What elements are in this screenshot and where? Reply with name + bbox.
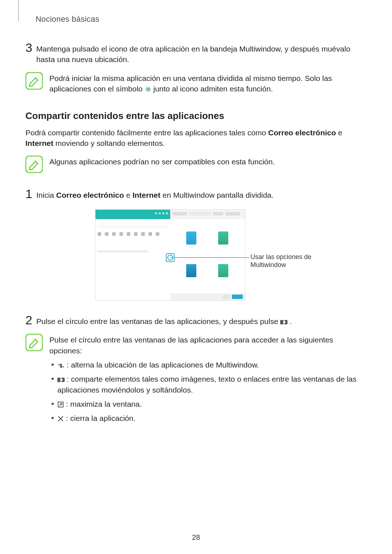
note-pencil-icon: [25, 334, 43, 351]
maximize-icon: [57, 400, 64, 406]
svg-rect-3: [148, 88, 150, 91]
section-heading-share: Compartir contenidos entre las aplicacio…: [25, 110, 365, 122]
option-swap-text: : alterna la ubicación de las aplicacion…: [67, 361, 259, 369]
note-options-body: Pulse el círculo entre las ventanas de l…: [49, 334, 365, 424]
option-maximize: : maximiza la ventana.: [49, 399, 365, 409]
step-3: 3 Mantenga pulsado el icono de otra apli…: [25, 41, 365, 65]
option-maximize-text: : maximiza la ventana.: [66, 400, 142, 408]
close-icon: [57, 414, 64, 420]
svg-rect-4: [26, 156, 42, 173]
figure-internet-pane: — —— —— —— —: [170, 210, 245, 300]
bullet-dot: [52, 364, 54, 366]
callout-leader-line: [170, 257, 249, 258]
figure-callout-label: Usar las opciones de Multiwindow: [250, 253, 327, 269]
svg-rect-7: [26, 334, 42, 351]
note-text: Podrá iniciar la misma aplicación en una…: [49, 72, 365, 94]
step-2: 2 Pulse el círculo entre las ventanas de…: [25, 314, 365, 327]
t: e: [336, 128, 343, 137]
step-text: Mantenga pulsado el icono de otra aplica…: [36, 44, 365, 65]
step-number: 1: [25, 188, 36, 200]
figure-email-pane: [95, 210, 170, 300]
note-pencil-icon: [25, 72, 43, 90]
t: .: [290, 317, 292, 325]
t: Pulse el círculo entre las ventanas de l…: [36, 317, 280, 325]
header-rule: [18, 0, 19, 21]
drag-share-icon: [280, 317, 287, 323]
svg-rect-2: [146, 88, 148, 91]
note-same-app: Podrá iniciar la misma aplicación en una…: [25, 72, 365, 94]
t: Inicia: [36, 191, 56, 199]
app-email: Correo electrónico: [268, 128, 336, 137]
app-internet: Internet: [25, 139, 53, 147]
t: moviendo y soltando elementos.: [53, 139, 165, 147]
page-number: 28: [0, 533, 392, 542]
figure-email-toolbar: [95, 210, 170, 219]
note-text-post: junto al icono admiten esta función.: [154, 85, 273, 93]
t: e: [124, 191, 132, 199]
bullet-dot: [52, 417, 54, 419]
option-share: : comparte elementos tales como imágenes…: [49, 374, 365, 395]
step-1: 1 Inicia Correo electrónico e Internet e…: [25, 188, 365, 200]
step-text: Inicia Correo electrónico e Internet en …: [36, 190, 365, 200]
bullet-dot: [52, 378, 54, 380]
option-swap: : alterna la ubicación de las aplicacion…: [49, 360, 365, 370]
option-share-text: : comparte elementos tales como imágenes…: [57, 375, 356, 394]
drag-share-icon: [57, 375, 65, 381]
step-number: 3: [25, 41, 36, 54]
svg-rect-0: [26, 73, 42, 89]
note-options-intro: Pulse el círculo entre las ventanas de l…: [49, 335, 365, 356]
share-paragraph: Podrá compartir contenido fácilmente ent…: [25, 127, 365, 149]
tablet-screenshot: — —— —— —— —: [95, 209, 245, 301]
dual-window-icon: [145, 85, 151, 91]
t: Podrá compartir contenido fácilmente ent…: [25, 128, 268, 137]
page-section-title: Nociones básicas: [36, 15, 365, 24]
note-text: Algunas aplicaciones podrían no ser comp…: [49, 156, 365, 167]
option-close: : cierra la aplicación.: [49, 413, 365, 423]
step-number: 2: [25, 314, 36, 326]
step-text: Pulse el círculo entre las ventanas de l…: [36, 316, 365, 327]
note-compatibility: Algunas aplicaciones podrían no ser comp…: [25, 156, 365, 173]
manual-page: Nociones básicas 3 Mantenga pulsado el i…: [0, 0, 392, 554]
multiwindow-figure: — —— —— —— — Usar las opciones de Multiw…: [25, 209, 365, 307]
options-list: : alterna la ubicación de las aplicacion…: [49, 360, 365, 424]
option-close-text: : cierra la aplicación.: [66, 414, 135, 422]
swap-icon: [57, 361, 65, 366]
app-email: Correo electrónico: [56, 191, 124, 199]
note-pencil-icon: [25, 156, 43, 173]
note-options: Pulse el círculo entre las ventanas de l…: [25, 334, 365, 424]
t: en Multiwindow pantalla dividida.: [160, 191, 274, 199]
bullet-dot: [52, 403, 54, 405]
app-internet: Internet: [132, 191, 160, 199]
